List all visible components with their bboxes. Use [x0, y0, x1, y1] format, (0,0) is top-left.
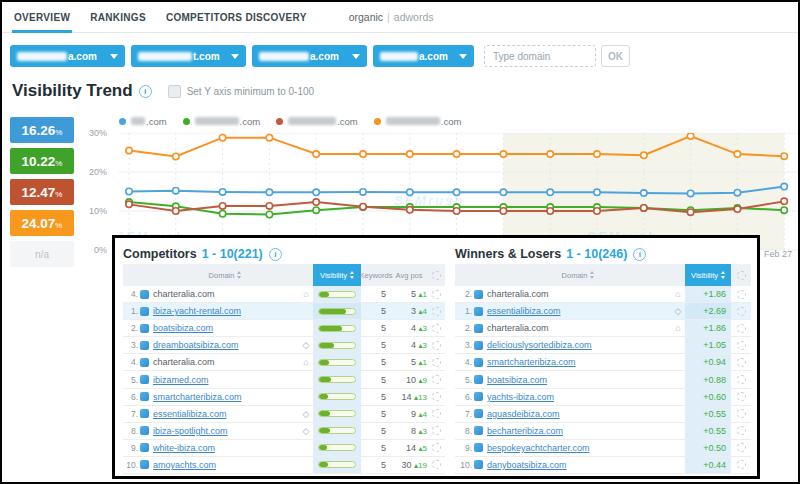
- serp-icon[interactable]: [731, 409, 751, 418]
- domain-link[interactable]: bespokeyachtcharter.com: [485, 443, 671, 453]
- table-row[interactable]: 8.ibiza-spotlight.com◇58 ▴3: [123, 423, 445, 440]
- table-row[interactable]: 9.bespokeyachtcharter.com+0.50: [455, 440, 751, 457]
- domain-dropdown-3[interactable]: a.com: [252, 45, 367, 67]
- mode-organic[interactable]: organic: [349, 11, 383, 23]
- table-row[interactable]: 3.dreamboatsibiza.com◇54 ▴3: [123, 337, 445, 354]
- table-row[interactable]: 9.white-ibiza.com514 ▴5: [123, 440, 445, 457]
- gear-icon[interactable]: [731, 264, 751, 286]
- table-row[interactable]: 7.essentialibiza.com◇59 ▴4: [123, 406, 445, 423]
- serp-icon[interactable]: [427, 307, 445, 316]
- table-row[interactable]: 8.becharteribiza.com+0.55: [455, 423, 751, 440]
- visibility-bar-cell: [313, 406, 361, 422]
- visibility-change-value: +0.88: [685, 371, 731, 387]
- domain-dropdown-2[interactable]: t.com: [131, 45, 246, 67]
- tab-competitors-discovery[interactable]: COMPETITORS DISCOVERY: [164, 3, 309, 32]
- serp-icon[interactable]: [427, 358, 445, 367]
- column-avg-pos[interactable]: Avg pos: [391, 264, 427, 286]
- serp-icon[interactable]: [731, 358, 751, 367]
- domain-link[interactable]: essentialibiza.com: [485, 306, 671, 316]
- legend-item[interactable]: .com: [374, 116, 462, 127]
- serp-icon[interactable]: [427, 409, 445, 418]
- domain-link[interactable]: white-ibiza.com: [151, 443, 299, 453]
- tab-rankings[interactable]: RANKINGS: [88, 3, 148, 32]
- visibility-bar-cell: [313, 337, 361, 353]
- info-icon[interactable]: i: [139, 85, 152, 98]
- domain-dropdown-1[interactable]: a.com: [10, 45, 125, 67]
- sort-carets-icon: [721, 271, 725, 279]
- table-row[interactable]: 5.ibizamed.com510 ▴9: [123, 371, 445, 388]
- serp-icon[interactable]: [427, 341, 445, 350]
- favicon-icon: [138, 358, 151, 367]
- table-row[interactable]: 1.essentialibiza.com◇+2.69: [455, 303, 751, 320]
- domain-link[interactable]: ibizamed.com: [151, 375, 299, 385]
- table-row[interactable]: 10.amoyachts.com530 ▴19: [123, 457, 445, 474]
- serp-icon[interactable]: [731, 290, 751, 299]
- legend-item[interactable]: .com: [183, 116, 261, 127]
- domain-dropdown-4[interactable]: a.com: [373, 45, 474, 67]
- row-rank: 7.: [123, 409, 138, 419]
- domain-link[interactable]: deliciouslysortedibiza.com: [485, 340, 671, 350]
- info-icon[interactable]: i: [269, 248, 282, 261]
- domain-link[interactable]: dreamboatsibiza.com: [151, 340, 299, 350]
- domain-link[interactable]: boatsibiza.com: [485, 375, 671, 385]
- serp-icon[interactable]: [731, 307, 751, 316]
- column-domain[interactable]: Domain: [485, 264, 671, 286]
- serp-icon[interactable]: [427, 443, 445, 452]
- column-visibility[interactable]: Visibility: [685, 264, 731, 286]
- legend-item[interactable]: .com: [119, 116, 167, 127]
- table-row[interactable]: 6.smartcharteribiza.com514 ▴13: [123, 389, 445, 406]
- table-row[interactable]: 7.aguasdeibiza.com+0.55: [455, 406, 751, 423]
- column-visibility[interactable]: Visibility: [313, 264, 361, 286]
- serp-icon[interactable]: [731, 392, 751, 401]
- tab-overview[interactable]: OVERVIEW: [12, 3, 72, 32]
- serp-icon[interactable]: [731, 443, 751, 452]
- competitors-range[interactable]: 1 - 10(221): [202, 247, 263, 261]
- domain-link[interactable]: boatsibiza.com: [151, 323, 299, 333]
- serp-icon[interactable]: [427, 426, 445, 435]
- avg-pos-value: 30 ▴19: [391, 460, 427, 470]
- serp-icon[interactable]: [731, 426, 751, 435]
- y-axis-checkbox[interactable]: [168, 85, 181, 98]
- table-row[interactable]: 5.boatsibiza.com+0.88: [455, 371, 751, 388]
- table-row[interactable]: 2.charteralia.com⌂+1.86: [455, 286, 751, 303]
- serp-icon[interactable]: [427, 290, 445, 299]
- table-row[interactable]: 10.danyboatsibiza.com+0.44: [455, 457, 751, 474]
- legend-item[interactable]: .com: [276, 116, 358, 127]
- ok-button[interactable]: OK: [601, 45, 630, 67]
- mode-adwords[interactable]: adwords: [394, 11, 434, 23]
- table-row[interactable]: 2.boatsibiza.com54 ▴3: [123, 320, 445, 337]
- serp-icon[interactable]: [427, 460, 445, 469]
- gear-icon[interactable]: [427, 264, 445, 286]
- domain-link[interactable]: ibiza-spotlight.com: [151, 426, 299, 436]
- table-row[interactable]: 4.smartcharteribiza.com+0.94: [455, 354, 751, 371]
- domain-link[interactable]: amoyachts.com: [151, 460, 299, 470]
- table-row[interactable]: 4.charteralia.com⌂55 ▴1: [123, 286, 445, 303]
- table-row[interactable]: 3.deliciouslysortedibiza.com+1.05: [455, 337, 751, 354]
- info-icon[interactable]: i: [633, 248, 646, 261]
- column-domain[interactable]: Domain: [151, 264, 299, 286]
- keywords-value: 5: [361, 306, 391, 316]
- serp-icon[interactable]: [731, 460, 751, 469]
- serp-icon[interactable]: [731, 341, 751, 350]
- table-row[interactable]: 6.yachts-ibiza.com+0.60: [455, 389, 751, 406]
- domain-link[interactable]: becharteribiza.com: [485, 426, 671, 436]
- domain-link[interactable]: yachts-ibiza.com: [485, 392, 671, 402]
- domain-link[interactable]: danyboatsibiza.com: [485, 460, 671, 470]
- table-row[interactable]: 2.charteralia.com⌂+1.86: [455, 320, 751, 337]
- serp-icon[interactable]: [427, 375, 445, 384]
- winners-range[interactable]: 1 - 10(246): [566, 247, 627, 261]
- type-domain-input[interactable]: [484, 45, 596, 67]
- serp-icon[interactable]: [427, 392, 445, 401]
- table-row[interactable]: 1.ibiza-yacht-rental.com53 ▴4: [123, 303, 445, 320]
- table-row[interactable]: 4.charteralia.com⌂55 ▴1: [123, 354, 445, 371]
- serp-icon[interactable]: [427, 324, 445, 333]
- winners-title: Winners & Losers: [455, 247, 561, 261]
- column-keywords[interactable]: Keywords: [361, 264, 391, 286]
- domain-link[interactable]: smartcharteribiza.com: [151, 392, 299, 402]
- domain-link[interactable]: ibiza-yacht-rental.com: [151, 306, 299, 316]
- domain-link[interactable]: essentialibiza.com: [151, 409, 299, 419]
- domain-link[interactable]: aguasdeibiza.com: [485, 409, 671, 419]
- domain-link[interactable]: smartcharteribiza.com: [485, 357, 671, 367]
- serp-icon[interactable]: [731, 324, 751, 333]
- serp-icon[interactable]: [731, 375, 751, 384]
